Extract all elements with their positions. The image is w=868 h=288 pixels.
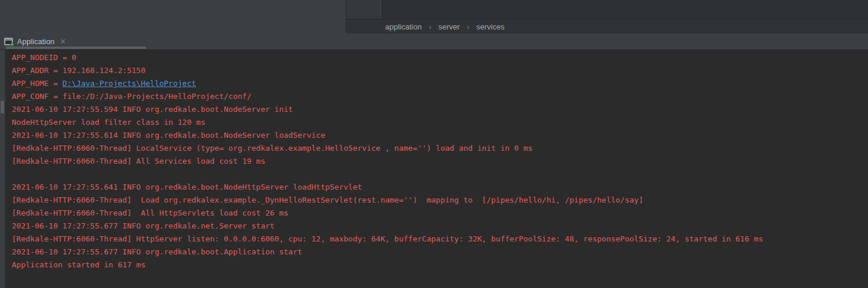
console-log: APP_NODEID = 0APP_ADDR = 192.168.124.2:5… (12, 51, 868, 272)
console-line: 2021-06-10 17:27:55.641 INFO org.redkale… (12, 181, 868, 194)
process-running-indicator-icon (10, 42, 14, 47)
console-scrollbar-track (0, 50, 5, 288)
console-line: APP_CONF = file:/D:/Java-Projects/HelloP… (12, 90, 868, 103)
active-tab-underline (6, 47, 146, 49)
console-line: [Redkale-HTTP:6060-Thread] Load org.redk… (12, 194, 868, 207)
breadcrumb: application›server›services (346, 19, 868, 34)
console-line: APP_ADDR = 192.168.124.2:5150 (12, 64, 868, 77)
tab-label: Application (17, 37, 55, 46)
console-line: 2021-06-10 17:27:55.677 INFO org.redkale… (12, 246, 868, 259)
console-line: APP_HOME = D:\Java-Projects\HelloProject (12, 77, 868, 90)
console-line: Application started in 617 ms (12, 259, 868, 272)
editor-top-strip (346, 0, 868, 19)
run-toolwindow-tabbar: Application ✕ (0, 34, 868, 50)
file-path-link[interactable]: D:\Java-Projects\HelloProject (62, 79, 196, 88)
console-line: [Redkale-HTTP:6060-Thread] All Services … (12, 155, 868, 168)
console-line: [Redkale-HTTP:6060-Thread] HttpServer li… (12, 233, 868, 246)
editor-panel (0, 0, 346, 34)
console-line (12, 168, 868, 181)
breadcrumb-item-services[interactable]: services (476, 22, 505, 31)
console-line: 2021-06-10 17:27:55.677 INFO org.redkale… (12, 220, 868, 233)
console-text: APP_HOME = (12, 79, 62, 88)
console-icon-titlebar (5, 39, 12, 41)
console-output-panel[interactable]: APP_NODEID = 0APP_ADDR = 192.168.124.2:5… (0, 50, 868, 288)
console-line: [Redkale-HTTP:6060-Thread] All HttpServl… (12, 207, 868, 220)
breadcrumb-separator-icon: › (467, 22, 469, 31)
tab-application[interactable]: Application ✕ (2, 35, 70, 48)
editor-split-divider (346, 0, 381, 19)
breadcrumb-separator-icon: › (429, 22, 431, 31)
breadcrumb-item-application[interactable]: application (385, 22, 422, 31)
console-line: 2021-06-10 17:27:55.594 INFO org.redkale… (12, 103, 868, 116)
breadcrumb-item-server[interactable]: server (439, 22, 460, 31)
console-line: NodeHttpServer load filter class in 120 … (12, 116, 868, 129)
run-console-icon (4, 38, 13, 45)
console-line: APP_NODEID = 0 (12, 51, 868, 64)
scrollbar-thumb[interactable] (1, 101, 4, 114)
close-icon[interactable]: ✕ (59, 37, 68, 46)
console-line: 2021-06-10 17:27:55.614 INFO org.redkale… (12, 129, 868, 142)
console-line: [Redkale-HTTP:6060-Thread] LocalService … (12, 142, 868, 155)
ide-window: application›server›services Application … (0, 0, 868, 288)
